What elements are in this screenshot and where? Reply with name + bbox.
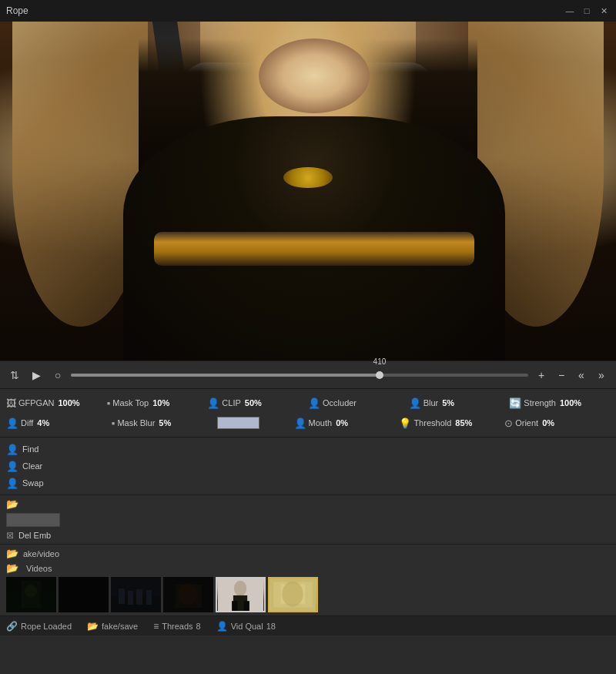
strength-icon: 🔄 [509,397,521,409]
thumbnail-4[interactable] [163,577,213,612]
thumbnail-1[interactable] [6,577,56,612]
svg-rect-17 [232,601,237,611]
seek-track[interactable] [71,374,528,377]
videos-icon: 📂 [6,562,18,574]
mouth-label: Mouth [309,418,333,428]
seek-thumb[interactable] [376,371,383,379]
status-vidqual: 👤 Vid Qual 18 [216,621,276,632]
setting-mouth[interactable]: 👤 Mouth 0% [294,417,400,429]
thumbnail-6[interactable] [268,577,318,612]
find-action[interactable]: 👤 Find [6,441,610,458]
mask-blur-label: Mask Blur [117,418,155,428]
source-panel: 📂 ⊠ Del Emb [0,495,616,544]
clear-action[interactable]: 👤 Clear [6,458,610,474]
svg-rect-4 [59,577,109,612]
setting-mask-top[interactable]: ▪ Mask Top 10% [107,397,208,409]
video-folder-icon[interactable]: 📂 [6,548,18,559]
video-panel: 📂 ake/video 📂 Videos [0,544,616,615]
thumbnail-3[interactable] [111,577,161,612]
actions-panel: 👤 Find 👤 Clear 👤 Swap [0,437,616,495]
mask-blur-icon: ▪ [112,417,116,429]
gfpgan-icon: 🖼 [6,397,16,409]
setting-strength[interactable]: 🔄 Strength 100% [509,397,610,409]
orient-icon: ⊙ [504,417,513,429]
status-rope: 🔗 Rope Loaded [6,621,72,632]
settings-row-2: 👤 Diff 4% ▪ Mask Blur 5% 👤 Mouth 0% 💡 Th… [6,414,610,432]
mask-blur-value: 5% [159,418,171,428]
close-button[interactable]: ✕ [598,5,610,17]
status-threads: ≡ Threads 8 [153,621,201,632]
find-label: Find [22,444,38,454]
vidqual-value: 18 [266,622,276,631]
clear-label: Clear [22,461,42,471]
diff-value: 4% [37,418,49,428]
plus-button[interactable]: + [533,367,550,384]
threshold-label: Threshold [413,418,451,428]
svg-rect-9 [136,589,142,605]
clip-label: CLIP [222,398,240,407]
threads-icon: ≡ [153,621,159,632]
del-emb-row: ⊠ Del Emb [6,530,610,541]
svg-rect-6 [111,596,161,612]
seek-fill [71,374,380,377]
setting-orient[interactable]: ⊙ Orient 0% [504,417,610,429]
svg-rect-18 [244,601,249,611]
fwd-button[interactable]: » [593,367,610,384]
del-icon: ⊠ [6,530,14,541]
mouth-value: 0% [336,418,348,428]
minus-button[interactable]: − [553,367,570,384]
sort-button[interactable]: ⇅ [6,367,23,384]
setting-blur[interactable]: 👤 Blur 5% [409,397,510,409]
mouth-icon: 👤 [294,417,306,429]
back-button[interactable]: « [573,367,590,384]
clear-icon: 👤 [6,461,18,472]
status-bar: 🔗 Rope Loaded 📂 fake/save ≡ Threads 8 👤 … [0,615,616,635]
setting-gfpgan[interactable]: 🖼 GFPGAN 100% [6,397,107,409]
svg-point-15 [234,581,246,596]
setting-swatch-container [217,417,294,429]
minimize-button[interactable]: — [564,5,576,17]
maximize-button[interactable]: □ [581,5,593,17]
embedding-input[interactable] [6,513,60,527]
mask-top-icon: ▪ [107,397,111,409]
setting-occluder[interactable]: 👤 Occluder [308,397,409,409]
seek-bar[interactable]: 410 [71,368,528,382]
svg-point-13 [179,583,197,605]
setting-threshold[interactable]: 💡 Threshold 85% [399,417,504,429]
setting-clip[interactable]: 👤 CLIP 50% [207,397,308,409]
gfpgan-value: 100% [58,398,79,407]
threads-value: 8 [196,622,201,631]
character-medallion [283,167,333,187]
loop-button[interactable]: ○ [49,367,66,384]
blur-label: Blur [424,398,439,407]
video-frame [0,22,616,360]
character-belt [154,232,474,266]
rope-icon: 🔗 [6,621,18,632]
rope-label: Rope Loaded [21,622,72,631]
settings-row-1: 🖼 GFPGAN 100% ▪ Mask Top 10% 👤 CLIP 50% … [6,394,610,412]
setting-mask-blur[interactable]: ▪ Mask Blur 5% [112,417,217,429]
del-emb-button[interactable]: Del Emb [18,531,51,540]
source-folder-icon[interactable]: 📂 [6,498,18,510]
swap-action[interactable]: 👤 Swap [6,474,610,491]
strength-value: 100% [560,398,581,407]
threshold-icon: 💡 [399,417,411,429]
blur-value: 5% [442,398,454,407]
svg-rect-8 [128,591,133,605]
titlebar: Rope — □ ✕ [0,0,616,22]
svg-rect-10 [146,590,152,605]
setting-diff[interactable]: 👤 Diff 4% [6,417,112,429]
thumbnail-5[interactable] [216,577,266,612]
source-input-row [6,513,610,527]
character-face [259,39,370,113]
thumbnail-2[interactable] [59,577,109,612]
play-button[interactable]: ▶ [28,367,45,384]
threads-label: Threads [162,622,192,631]
save-path: fake/save [102,622,138,631]
save-icon: 📂 [87,621,99,632]
color-swatch[interactable] [217,417,259,429]
status-save: 📂 fake/save [87,621,138,632]
vidqual-icon: 👤 [216,621,228,632]
svg-point-3 [25,585,37,597]
orient-label: Orient [515,418,538,428]
